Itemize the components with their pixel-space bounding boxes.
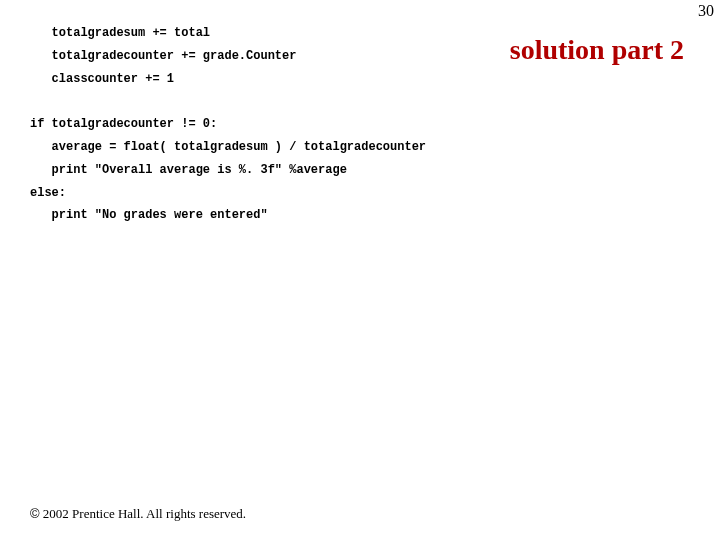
slide-title: solution part 2 — [510, 34, 684, 66]
copyright-icon: © — [30, 506, 40, 521]
code-line: if totalgradecounter != 0: — [30, 117, 217, 131]
slide: 30 solution part 2 totalgradesum += tota… — [0, 0, 720, 540]
footer-text: 2002 Prentice Hall. All rights reserved. — [43, 506, 246, 521]
code-line: classcounter += 1 — [30, 72, 174, 86]
code-block: totalgradesum += total totalgradecounter… — [30, 22, 426, 227]
code-line: print "Overall average is %. 3f" %averag… — [30, 163, 347, 177]
footer: © 2002 Prentice Hall. All rights reserve… — [30, 506, 246, 522]
code-line: else: — [30, 186, 66, 200]
code-line: print "No grades were entered" — [30, 208, 268, 222]
code-line: average = float( totalgradesum ) / total… — [30, 140, 426, 154]
code-line: totalgradecounter += grade.Counter — [30, 49, 296, 63]
code-line: totalgradesum += total — [30, 26, 210, 40]
page-number: 30 — [698, 2, 714, 20]
